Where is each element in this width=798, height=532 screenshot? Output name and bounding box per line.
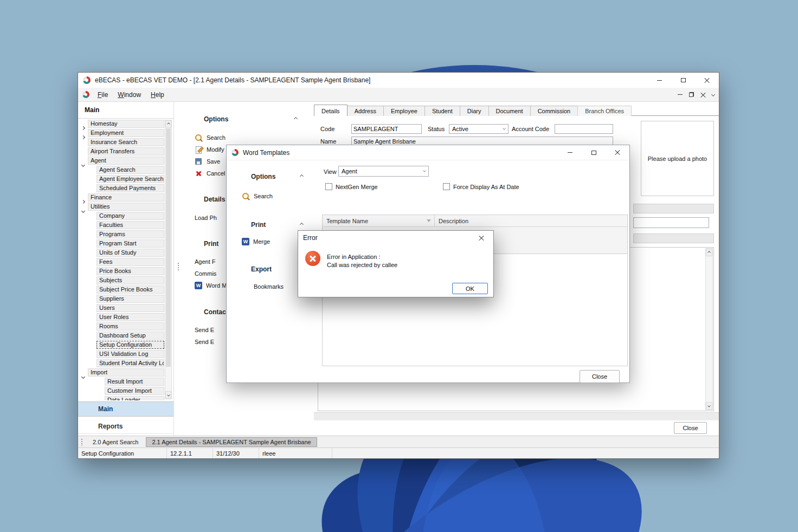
mdi-menu-caret-icon[interactable] [711,93,715,96]
dialog-maximize-button[interactable] [582,145,606,160]
view-dropdown[interactable]: Agent [338,166,429,177]
input-fragment[interactable] [633,217,709,228]
tree-item[interactable]: Agent Search [78,166,173,175]
tree-item[interactable]: Suppliers [78,295,173,304]
wt-search-action[interactable]: Search [242,192,273,200]
filter-icon[interactable] [427,219,431,222]
tree-item[interactable]: User Roles [78,313,173,322]
scroll-down-icon[interactable] [165,391,171,399]
load-photo-action[interactable]: Load Ph [195,213,217,222]
save-action[interactable]: Save [195,157,220,166]
sidebar-section-reports[interactable]: Reports [78,419,173,434]
tree-item[interactable]: Dashboard Setup [78,332,173,341]
dialog-close-button[interactable] [606,145,629,160]
collapse-icon[interactable] [300,223,304,226]
mdi-close-icon[interactable] [700,92,705,97]
menu-item[interactable]: Help [146,89,169,100]
tree-scrollbar[interactable] [165,120,172,399]
dialog-close-action-button[interactable]: Close [580,370,620,383]
column-template-name[interactable]: Template Name [323,215,435,226]
tree-item[interactable]: Users [78,304,173,313]
tree-item[interactable]: Import [78,368,173,378]
panel-splitter[interactable] [177,262,179,271]
tree-item[interactable]: Company [78,212,173,221]
mdi-restore-icon[interactable] [689,92,694,97]
scroll-down-icon[interactable] [706,402,712,410]
tree-item[interactable]: Finance [78,193,173,203]
tree-item[interactable]: Agent Employee Search [78,175,173,184]
panel-scrollbar[interactable] [705,248,713,410]
tree-item[interactable]: Program Start [78,239,173,249]
nextgen-merge-option[interactable]: NextGen Merge [325,183,378,190]
photo-upload-box[interactable]: Please upload a photo [641,121,714,196]
scroll-thumb[interactable] [166,128,171,367]
tree-item[interactable]: Employment [78,129,173,138]
tree-item[interactable]: Subjects [78,276,173,286]
error-close-button[interactable] [469,231,493,245]
tree-item[interactable]: Subject Price Books [78,286,173,295]
tree-item[interactable]: Programs [78,230,173,239]
menu-item[interactable]: File [93,89,113,100]
column-description[interactable]: Description [435,215,627,226]
collapse-icon[interactable] [294,117,298,121]
detail-tab[interactable]: Document [488,106,531,116]
cancel-action[interactable]: Cancel [195,169,225,178]
wt-merge-action[interactable]: WMerge [242,237,270,246]
scroll-up-icon[interactable] [165,120,171,128]
modify-action[interactable]: Modify [195,145,224,154]
wt-print-group-header[interactable]: Print [251,220,303,229]
status-dropdown[interactable]: Active [449,124,509,134]
page-close-button[interactable]: Close [674,422,707,434]
tree-item[interactable]: Homestay [78,120,173,129]
search-action[interactable]: Search [195,133,226,142]
tree-item[interactable]: Rooms [78,322,173,332]
tabstrip-grip[interactable] [81,438,83,446]
scroll-up-icon[interactable] [706,249,712,256]
detail-tab[interactable]: Commission [530,106,578,116]
wt-options-group-header[interactable]: Options [251,172,303,180]
ok-button[interactable]: OK [452,283,488,294]
tree-item[interactable]: Insurance Search [78,138,173,147]
tree-item[interactable]: USI Validation Log [78,350,173,359]
menu-item[interactable]: Window [113,89,146,100]
tree-item[interactable]: Airport Transfers [78,147,173,157]
commission-action[interactable]: Commis [195,269,216,278]
tree-item[interactable]: Setup Configuration [78,341,173,350]
tree-item[interactable]: Units of Study [78,249,173,258]
code-input[interactable] [351,124,422,134]
tree-item[interactable]: Customer Import [78,387,173,396]
force-display-checkbox[interactable] [443,183,450,190]
tree-item[interactable]: Price Books [78,267,173,276]
tree-item[interactable]: Fees [78,258,173,267]
detail-tab[interactable]: Details [314,105,347,116]
collapse-icon[interactable] [300,174,304,178]
tree-item[interactable]: Result Import [78,378,173,387]
agent-form-action[interactable]: Agent F [195,257,216,266]
wt-export-group-header[interactable]: Export [251,265,303,273]
detail-tab[interactable]: Diary [460,106,489,116]
send-email-action-1[interactable]: Send E [195,326,214,334]
wt-bookmarks-action[interactable]: Bookmarks [254,282,284,291]
detail-tab[interactable]: Address [347,106,384,116]
tree-item[interactable]: Agent [78,157,173,166]
options-group-header[interactable]: Options [204,115,297,123]
word-merge-action[interactable]: WWord M [195,281,227,290]
mdi-tab[interactable]: 2.0 Agent Search [87,437,144,447]
maximize-button[interactable] [671,73,695,88]
nextgen-merge-checkbox[interactable] [325,183,332,190]
detail-tab[interactable]: Student [424,106,460,116]
account-code-input[interactable] [555,124,613,134]
force-display-option[interactable]: Force Display As At Date [443,183,519,190]
detail-tab[interactable]: Employee [383,106,425,116]
tree-item[interactable]: Scheduled Payments [78,184,173,193]
mdi-tab[interactable]: 2.1 Agent Details - SAMPLEAGENT Sample A… [146,437,317,447]
detail-tab[interactable]: Branch Offices [577,106,632,116]
send-email-action-2[interactable]: Send E [195,338,214,346]
tree-item[interactable]: Faculties [78,221,173,230]
tree-item[interactable]: Student Portal Activity Lo [78,359,173,368]
tree-item[interactable]: Data Loader [78,396,173,400]
sidebar-section-main[interactable]: Main [78,401,173,417]
minimize-button[interactable] [647,73,671,88]
dialog-minimize-button[interactable] [558,145,582,160]
close-button[interactable] [695,73,719,88]
